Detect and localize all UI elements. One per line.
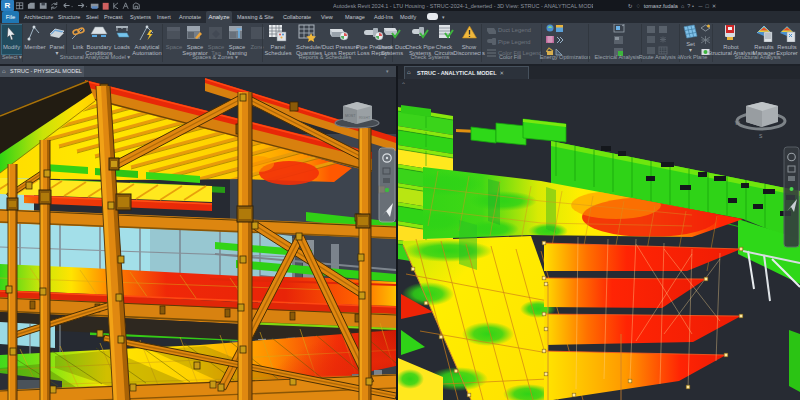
svg-text:W: W (735, 120, 740, 126)
svg-text:RIGHT: RIGHT (359, 116, 371, 120)
svg-text:MOST: MOST (345, 114, 356, 118)
svg-text:⌃: ⌃ (401, 82, 406, 88)
